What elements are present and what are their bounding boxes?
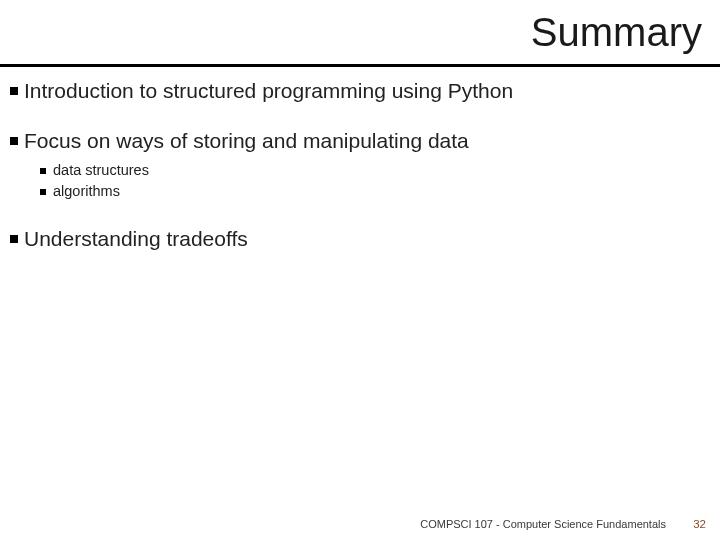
bullet-text: algorithms (53, 182, 120, 202)
page-number: 32 (693, 518, 706, 530)
slide: Summary Introduction to structured progr… (0, 0, 720, 540)
title-underline (0, 64, 720, 67)
footer-course: COMPSCI 107 - Computer Science Fundament… (420, 518, 666, 530)
slide-body: Introduction to structured programming u… (10, 78, 700, 276)
bullet-square-icon (10, 137, 18, 145)
slide-title: Summary (531, 10, 702, 55)
bullet-square-icon (40, 168, 46, 174)
bullet-text: Understanding tradeoffs (24, 226, 248, 252)
bullet-group: Focus on ways of storing and manipulatin… (10, 128, 700, 201)
bullet-text: Focus on ways of storing and manipulatin… (24, 128, 469, 154)
bullet-subitem: algorithms (40, 182, 700, 202)
slide-footer: COMPSCI 107 - Computer Science Fundament… (0, 510, 720, 530)
bullet-item: Introduction to structured programming u… (10, 78, 700, 104)
bullet-text: Introduction to structured programming u… (24, 78, 513, 104)
bullet-square-icon (10, 235, 18, 243)
bullet-item: Understanding tradeoffs (10, 226, 700, 252)
bullet-item: Focus on ways of storing and manipulatin… (10, 128, 700, 154)
bullet-square-icon (40, 189, 46, 195)
bullet-subitem: data structures (40, 161, 700, 181)
bullet-square-icon (10, 87, 18, 95)
bullet-text: data structures (53, 161, 149, 181)
